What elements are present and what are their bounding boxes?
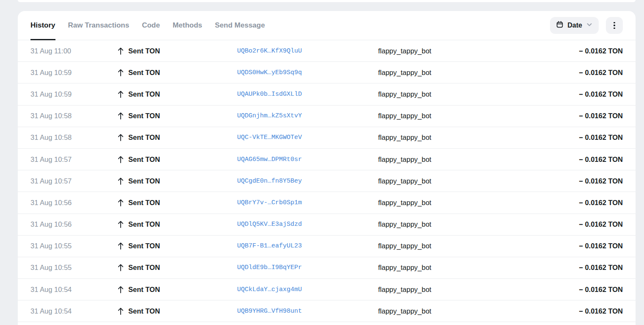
transaction-row[interactable]: 31 Aug 10:58 Sent TON UQC-VkTE…MKGWOTeV … [18,127,636,149]
counterparty-address-link[interactable]: UQAUPk0b…IsdGXLlD [237,91,378,98]
transaction-row[interactable]: 31 Aug 10:55 Sent TON UQB7F-B1…eafyUL23 … [18,236,636,257]
transaction-amount: − 0.0162 TON [579,286,623,294]
counterparty-account-link[interactable]: flappy_tappy_bot [378,177,579,185]
counterparty-account-link[interactable]: flappy_tappy_bot [378,264,579,272]
transaction-row[interactable]: 31 Aug 10:57 Sent TON UQCgdE0n…fn8Y5Bey … [18,170,636,192]
transaction-row[interactable]: 31 Aug 10:59 Sent TON UQAUPk0b…IsdGXLlD … [18,83,636,105]
counterparty-address-link[interactable]: UQCkLdaY…cjaxg4mU [237,286,378,293]
transaction-action: Sent TON [117,199,237,207]
counterparty-address-link[interactable]: UQDlQ5KV…E3ajSdzd [237,221,378,228]
arrow-up-icon [117,177,124,185]
arrow-up-icon [117,242,124,250]
transaction-action: Sent TON [117,156,237,164]
transaction-row[interactable]: 31 Aug 10:54 Sent TON UQB9YHRG…VfH98unt … [18,300,636,322]
arrow-up-icon [117,47,124,55]
counterparty-account-link[interactable]: flappy_tappy_bot [378,69,579,77]
transaction-row[interactable]: 31 Aug 10:54 Sent TON UQCkLdaY…cjaxg4mU … [18,279,636,300]
transaction-action: Sent TON [117,133,237,142]
counterparty-address-link[interactable]: UQDS0HwK…yEb9Sq9q [237,69,378,76]
date-filter-button[interactable]: Date [550,17,599,34]
transaction-amount: − 0.0162 TON [579,90,623,98]
counterparty-address-link[interactable]: UQB9YHRG…VfH98unt [237,308,378,315]
transactions-list: 31 Aug 11:00 Sent TON UQBo2r6K…KfX9QluU … [18,40,636,322]
tab-raw-transactions[interactable]: Raw Transactions [68,11,130,40]
arrow-up-icon [117,133,124,142]
transaction-action-label: Sent TON [128,220,160,228]
transaction-row[interactable]: 31 Aug 10:56 Sent TON UQBrY7v-…Crb0Sp1m … [18,192,636,214]
transaction-time: 31 Aug 10:56 [30,220,117,228]
counterparty-account-link[interactable]: flappy_tappy_bot [378,156,579,164]
counterparty-account-link[interactable]: flappy_tappy_bot [378,112,579,120]
arrow-up-icon [117,286,124,294]
kebab-menu-icon [614,22,615,29]
arrow-up-icon [117,199,124,207]
arrow-up-icon [117,112,124,120]
previous-card-bottom-edge [18,0,636,2]
tab-methods[interactable]: Methods [173,11,202,40]
transaction-row[interactable]: 31 Aug 10:56 Sent TON UQDlQ5KV…E3ajSdzd … [18,214,636,236]
transaction-amount: − 0.0162 TON [579,69,623,77]
transaction-amount: − 0.0162 TON [579,47,623,55]
transaction-row[interactable]: 31 Aug 10:55 Sent TON UQDldE9b…I9BqYEPr … [18,257,636,279]
transaction-action: Sent TON [117,264,237,272]
transaction-action: Sent TON [117,69,237,77]
transaction-amount: − 0.0162 TON [579,133,623,142]
counterparty-account-link[interactable]: flappy_tappy_bot [378,199,579,207]
transaction-action: Sent TON [117,47,237,55]
transaction-row[interactable]: 31 Aug 11:00 Sent TON UQBo2r6K…KfX9QluU … [18,40,636,62]
transaction-action-label: Sent TON [128,199,160,207]
transaction-amount: − 0.0162 TON [579,199,623,207]
transaction-amount: − 0.0162 TON [579,307,623,315]
transaction-row[interactable]: 31 Aug 10:59 Sent TON UQDS0HwK…yEb9Sq9q … [18,62,636,83]
transaction-action-label: Sent TON [128,90,160,98]
calendar-icon [556,21,564,30]
arrow-up-icon [117,69,124,77]
transaction-amount: − 0.0162 TON [579,242,623,250]
transaction-action-label: Sent TON [128,307,160,315]
counterparty-account-link[interactable]: flappy_tappy_bot [378,242,579,250]
transaction-row[interactable]: 31 Aug 10:58 Sent TON UQDGnjhm…kZ5sXtvY … [18,106,636,127]
transaction-action-label: Sent TON [128,156,160,164]
chevron-down-icon [586,21,593,30]
counterparty-account-link[interactable]: flappy_tappy_bot [378,220,579,228]
counterparty-address-link[interactable]: UQC-VkTE…MKGWOTeV [237,134,378,141]
transaction-action-label: Sent TON [128,242,160,250]
tab-history[interactable]: History [30,11,55,40]
counterparty-address-link[interactable]: UQBrY7v-…Crb0Sp1m [237,199,378,206]
counterparty-account-link[interactable]: flappy_tappy_bot [378,47,579,55]
transaction-time: 31 Aug 10:59 [30,90,117,98]
transaction-time: 31 Aug 10:57 [30,177,117,185]
counterparty-account-link[interactable]: flappy_tappy_bot [378,90,579,98]
tabs: History Raw Transactions Code Methods Se… [30,11,265,40]
transaction-action-label: Sent TON [128,286,160,294]
more-actions-button[interactable] [606,17,623,34]
date-filter-label: Date [567,22,582,29]
transaction-action: Sent TON [117,220,237,228]
counterparty-account-link[interactable]: flappy_tappy_bot [378,286,579,294]
tab-send-message[interactable]: Send Message [215,11,265,40]
counterparty-address-link[interactable]: UQDGnjhm…kZ5sXtvY [237,112,378,119]
transaction-time: 31 Aug 10:58 [30,112,117,120]
counterparty-address-link[interactable]: UQAG65mw…DPMRt0sr [237,156,378,163]
transaction-amount: − 0.0162 TON [579,264,623,272]
counterparty-address-link[interactable]: UQBo2r6K…KfX9QluU [237,47,378,55]
counterparty-address-link[interactable]: UQDldE9b…I9BqYEPr [237,264,378,271]
transaction-time: 31 Aug 10:59 [30,69,117,77]
arrow-up-icon [117,156,124,164]
counterparty-address-link[interactable]: UQCgdE0n…fn8Y5Bey [237,178,378,185]
transaction-amount: − 0.0162 TON [579,177,623,185]
counterparty-account-link[interactable]: flappy_tappy_bot [378,133,579,142]
arrow-up-icon [117,307,124,315]
transaction-time: 31 Aug 10:56 [30,199,117,207]
transaction-action-label: Sent TON [128,47,160,55]
transaction-row[interactable]: 31 Aug 10:57 Sent TON UQAG65mw…DPMRt0sr … [18,149,636,170]
transaction-action: Sent TON [117,90,237,98]
transaction-time: 31 Aug 10:57 [30,156,117,164]
transaction-action: Sent TON [117,286,237,294]
counterparty-address-link[interactable]: UQB7F-B1…eafyUL23 [237,242,378,250]
counterparty-account-link[interactable]: flappy_tappy_bot [378,307,579,315]
transaction-action-label: Sent TON [128,177,160,185]
transaction-action: Sent TON [117,307,237,315]
transaction-time: 31 Aug 10:54 [30,286,117,294]
tab-code[interactable]: Code [142,11,160,40]
